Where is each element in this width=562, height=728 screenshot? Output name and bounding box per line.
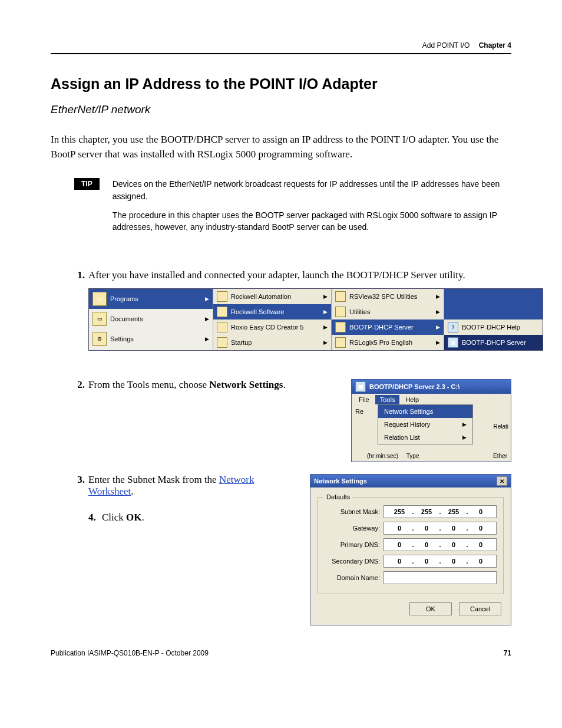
folder-icon [335,322,346,332]
step3-text: Enter the Subnet Mask from the [88,474,219,485]
step2-bold: Network Settings [209,379,283,390]
col-ether: Ether [493,453,507,459]
menu-rockwell-software[interactable]: Rockwell Software▶ [213,304,331,319]
cancel-button[interactable]: Cancel [459,602,501,615]
sdns-label: Secondary DNS: [324,558,384,565]
folder-icon [217,291,227,302]
tip-p1: Devices on the EtherNet/IP network broad… [113,178,511,202]
domain-label: Domain Name: [324,574,384,581]
gear-icon: ⚙ [92,332,107,346]
pdns-input[interactable]: 0. 0. 0. 0 [384,538,497,551]
startmenu-programs[interactable]: ▭ Programs▶ [89,289,213,309]
step-1: 1. After you have installed and connecte… [68,269,511,367]
menu-rslogix5[interactable]: RSLogix5 Pro English▶ [332,335,444,350]
step4-text: Click [102,512,126,523]
menu-tools[interactable]: Tools [375,395,400,404]
bootp-window-title: ▣ BOOTP/DHCP Server 2.3 - C:\ [352,380,511,394]
folder-open-icon: ▭ [92,312,107,326]
gateway-label: Gateway: [324,525,384,532]
sdns-input[interactable]: 0. 0. 0. 0 [384,555,497,568]
page-header: Add POINT I/O Chapter 4 [51,41,511,54]
page-number: 71 [504,649,511,657]
publication-id: Publication IASIMP-QS010B-EN-P - October… [51,649,209,657]
tools-dropdown: Network Settings Request History▶ Relati… [378,404,473,444]
domain-input[interactable] [384,571,497,584]
menu-bootp-server-app[interactable]: ▣ BOOTP-DHCP Server [444,335,543,350]
re-label: Re [355,408,363,415]
subnet-label: Subnet Mask: [324,508,384,515]
tip-p2: The procedure in this chapter uses the B… [113,209,511,233]
header-section: Add POINT I/O [422,41,470,50]
step-2: 2. From the Tools menu, choose Network S… [68,379,511,462]
folder-icon [217,307,227,317]
tools-network-settings[interactable]: Network Settings [378,405,472,418]
menu-bootp-help[interactable]: ? BOOTP-DHCP Help [444,319,543,335]
menu-roxio[interactable]: Roxio Easy CD Creator 5▶ [213,319,331,335]
section-title: Assign an IP Address to the POINT I/O Ad… [51,75,511,93]
defaults-group: Defaults Subnet Mask: 255. 255. 255. 0 [318,493,504,594]
folder-icon: ▭ [92,292,107,306]
menubar: File Tools Help [352,394,511,406]
spacer [444,304,543,319]
subnet-input[interactable]: 255. 255. 255. 0 [384,505,497,518]
header-chapter: Chapter 4 [479,41,511,50]
startmenu-settings[interactable]: ⚙ Settings▶ [89,329,213,349]
tools-menu-screenshot: ▣ BOOTP/DHCP Server 2.3 - C:\ File Tools… [351,379,511,462]
step1-text: After you have installed and connected y… [88,269,465,281]
section-subtitle: EtherNet/IP network [51,103,511,116]
folder-icon [335,337,346,348]
folder-icon [217,322,227,332]
menu-bootp-dhcp-server-folder[interactable]: BOOTP-DHCP Server▶ [332,319,444,335]
tip-badge: TIP [74,178,100,190]
menu-startup[interactable]: Startup▶ [213,335,331,350]
menu-help[interactable]: Help [401,395,424,404]
page-footer: Publication IASIMP-QS010B-EN-P - October… [51,649,511,657]
app-icon: ▣ [355,381,366,392]
menu-rsview32[interactable]: RSView32 SPC Utilities▶ [332,289,444,304]
pdns-label: Primary DNS: [324,541,384,548]
menu-rockwell-automation[interactable]: Rockwell Automation▶ [213,289,331,304]
tip-text: Devices on the EtherNet/IP network broad… [113,178,511,240]
dialog-title: Network Settings [314,477,367,485]
col-type: Type [406,453,419,459]
server-icon: ▣ [448,337,458,348]
network-settings-dialog: Network Settings ✕ Defaults Subnet Mask:… [310,474,511,625]
menu-utilities[interactable]: Utilities▶ [332,304,444,319]
tools-request-history[interactable]: Request History▶ [378,418,472,431]
startmenu-documents[interactable]: ▭ Documents▶ [89,309,213,329]
defaults-legend: Defaults [324,493,352,500]
tools-relation-list[interactable]: Relation List▶ [378,431,472,444]
step2-text: From the Tools menu, choose [88,379,209,390]
folder-icon [217,337,227,348]
close-icon[interactable]: ✕ [497,476,507,486]
step-3: 3. Enter the Subnet Mask from the Networ… [68,474,511,625]
relati-label: Relati [493,423,508,430]
folder-icon [335,307,346,317]
menu-file[interactable]: File [354,395,374,404]
ok-button[interactable]: OK [409,602,452,615]
gateway-input[interactable]: 0. 0. 0. 0 [384,522,497,535]
help-icon: ? [448,322,458,332]
spacer [444,289,543,304]
intro-paragraph: In this chapter, you use the BOOTP/DHCP … [51,133,511,162]
folder-icon [335,291,346,302]
step4-bold: OK [126,512,141,523]
tip-block: TIP Devices on the EtherNet/IP network b… [74,178,511,240]
col-hrminsec: (hr:min:sec) [367,453,398,459]
startmenu-screenshot: ▭ Programs▶ ▭ Documents▶ ⚙ Settings▶ [88,288,543,351]
